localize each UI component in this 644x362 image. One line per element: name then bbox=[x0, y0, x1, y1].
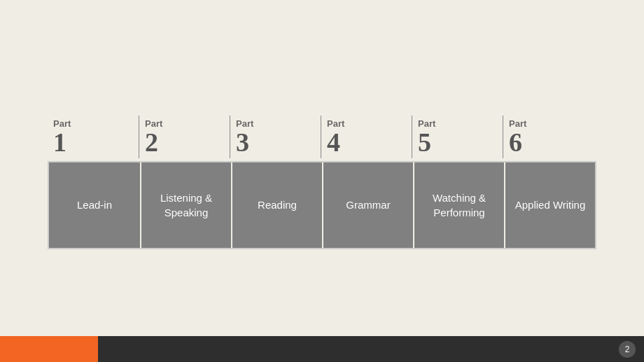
part-cell-text-1: Lead-in bbox=[77, 197, 112, 212]
part-cell-text-6: Applied Writing bbox=[515, 197, 586, 212]
part-number-4: 4 bbox=[327, 129, 412, 155]
parts-container: Part1Part2Part3Part4Part5Part6 Lead-inLi… bbox=[48, 116, 596, 249]
part-cell-text-4: Grammar bbox=[346, 197, 390, 212]
part-cell-1: Lead-in bbox=[49, 162, 140, 248]
page-number: 2 bbox=[619, 341, 636, 358]
part-number-3: 3 bbox=[236, 129, 321, 155]
bottom-bar-orange bbox=[0, 336, 98, 362]
parts-cells: Lead-inListening & SpeakingReadingGramma… bbox=[48, 161, 596, 249]
part-header-1: Part1 bbox=[48, 116, 139, 158]
part-cell-2: Listening & Speaking bbox=[140, 162, 231, 248]
part-cell-text-5: Watching & Performing bbox=[421, 190, 497, 220]
part-cell-text-3: Reading bbox=[258, 197, 297, 212]
part-cell-text-2: Listening & Speaking bbox=[148, 190, 224, 220]
part-cell-4: Grammar bbox=[322, 162, 413, 248]
part-header-3: Part3 bbox=[230, 116, 321, 158]
part-header-4: Part4 bbox=[321, 116, 412, 158]
part-number-6: 6 bbox=[509, 129, 594, 155]
part-number-1: 1 bbox=[53, 129, 139, 155]
main-content: Part1Part2Part3Part4Part5Part6 Lead-inLi… bbox=[0, 0, 644, 336]
part-cell-6: Applied Writing bbox=[504, 162, 595, 248]
part-number-2: 2 bbox=[145, 129, 230, 155]
part-header-6: Part6 bbox=[503, 116, 594, 158]
part-header-5: Part5 bbox=[412, 116, 503, 158]
part-header-2: Part2 bbox=[139, 116, 230, 158]
part-cell-5: Watching & Performing bbox=[413, 162, 504, 248]
part-cell-3: Reading bbox=[231, 162, 322, 248]
parts-header: Part1Part2Part3Part4Part5Part6 bbox=[48, 116, 596, 158]
part-number-5: 5 bbox=[418, 129, 503, 155]
bottom-bar: 2 bbox=[0, 336, 644, 362]
bottom-bar-dark: 2 bbox=[98, 336, 644, 362]
